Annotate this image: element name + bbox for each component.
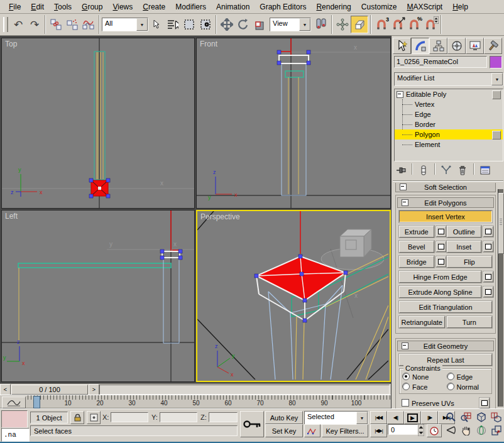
- select-and-rotate-icon[interactable]: [235, 16, 251, 33]
- rollout-edit-geometry-header[interactable]: Edit Geometry: [397, 341, 494, 351]
- stack-row-vertex[interactable]: Vertex: [395, 99, 503, 109]
- field-of-view-icon[interactable]: [444, 424, 458, 436]
- stack-row-border[interactable]: Border: [395, 119, 503, 129]
- menu-edit[interactable]: Edit: [26, 1, 49, 13]
- set-key-button[interactable]: Set Key: [265, 424, 303, 437]
- perspective-viewport-canvas[interactable]: x: [197, 211, 388, 380]
- remove-modifier-icon[interactable]: [456, 164, 469, 177]
- selection-filter-dropdown[interactable]: All ▼: [102, 18, 148, 31]
- extrude-along-spline-button[interactable]: Extrude Along Spline: [399, 286, 481, 298]
- spinner-snap-toggle-icon[interactable]: [422, 16, 439, 33]
- stack-row-element[interactable]: Element: [395, 139, 503, 150]
- track-bar-handle[interactable]: [33, 396, 40, 408]
- constraint-normal-radio[interactable]: Normal: [447, 383, 490, 391]
- bind-to-space-warp-icon[interactable]: [80, 16, 97, 33]
- select-and-manipulate-icon[interactable]: [334, 16, 351, 33]
- outline-button[interactable]: Outline: [447, 226, 482, 238]
- bevel-button[interactable]: Bevel: [399, 241, 434, 253]
- extrude-settings-icon[interactable]: [436, 226, 446, 237]
- tab-modify-icon[interactable]: [411, 38, 429, 54]
- chevron-down-icon[interactable]: ▼: [356, 412, 368, 424]
- turn-button[interactable]: Turn: [447, 316, 493, 328]
- select-and-move-icon[interactable]: [219, 16, 235, 33]
- constraint-edge-radio[interactable]: Edge: [447, 373, 490, 381]
- reference-coordinate-system-dropdown[interactable]: View ▼: [270, 18, 311, 31]
- modifier-enable-icon[interactable]: [492, 131, 501, 139]
- extrude-along-spline-settings-icon[interactable]: [483, 287, 493, 297]
- menu-customize[interactable]: Customize: [356, 1, 402, 13]
- menu-views[interactable]: Views: [107, 1, 138, 13]
- snaps-toggle-3d-icon[interactable]: 3: [373, 16, 390, 33]
- menu-help[interactable]: Help: [447, 1, 473, 13]
- preserve-uvs-settings-icon[interactable]: [479, 398, 490, 408]
- frame-spinner[interactable]: [418, 424, 424, 436]
- time-slider[interactable]: 0 / 100: [11, 385, 88, 395]
- menu-file[interactable]: File: [4, 1, 26, 13]
- viewport-top-label[interactable]: Top: [5, 40, 17, 48]
- select-object-icon[interactable]: [148, 16, 165, 33]
- mini-curve-editor-icon[interactable]: [2, 397, 26, 408]
- preserve-uvs-checkbox[interactable]: Preserve UVs: [402, 399, 454, 407]
- time-slider-track[interactable]: [99, 385, 390, 395]
- select-and-scale-icon[interactable]: [251, 16, 268, 33]
- menu-group[interactable]: Group: [77, 1, 107, 13]
- unlink-selection-icon[interactable]: [64, 16, 80, 33]
- zoom-extents-all-icon[interactable]: [489, 411, 503, 423]
- goto-start-button[interactable]: |◀◀: [370, 411, 387, 424]
- undo-icon[interactable]: ↶: [10, 16, 26, 33]
- stack-row-polygon[interactable]: Polygon: [395, 129, 503, 139]
- window-crossing-icon[interactable]: [197, 16, 214, 33]
- inset-settings-icon[interactable]: [483, 241, 493, 252]
- rollout-scrollbar[interactable]: [498, 189, 503, 407]
- bridge-settings-icon[interactable]: [436, 256, 446, 267]
- y-coordinate-field[interactable]: [160, 412, 197, 422]
- key-mode-toggle-icon[interactable]: |◀▶|: [370, 424, 387, 437]
- chevron-down-icon[interactable]: ▼: [299, 18, 310, 31]
- chevron-down-icon[interactable]: ▼: [136, 18, 148, 31]
- collapse-icon[interactable]: [402, 199, 408, 206]
- viewport-left[interactable]: Left y x z y x: [1, 210, 195, 382]
- z-coordinate-field[interactable]: [209, 412, 238, 422]
- flip-button[interactable]: Flip: [447, 256, 493, 268]
- absolute-offset-mode-icon[interactable]: [87, 411, 101, 424]
- scrollbar-thumb[interactable]: [498, 193, 504, 254]
- modifier-enable-icon[interactable]: [492, 90, 501, 99]
- track-bar[interactable]: 0 10 20 30 40 50 60 70 80 90 100: [0, 395, 391, 408]
- tab-create-icon[interactable]: [393, 38, 411, 54]
- zoom-extents-icon[interactable]: [474, 411, 488, 423]
- top-viewport-canvas[interactable]: x y x z: [2, 38, 194, 208]
- show-end-result-icon[interactable]: [417, 164, 430, 177]
- select-by-name-icon[interactable]: [165, 16, 181, 33]
- current-frame-field[interactable]: 0: [388, 424, 418, 435]
- viewport-perspective-label[interactable]: Perspective: [200, 212, 240, 221]
- time-configuration-icon[interactable]: [427, 424, 442, 437]
- pin-stack-icon[interactable]: [394, 164, 408, 177]
- selection-lock-icon[interactable]: [70, 411, 84, 424]
- viewport-front-label[interactable]: Front: [200, 40, 217, 48]
- make-unique-icon[interactable]: [439, 164, 453, 177]
- object-name-field[interactable]: 1_0256_RemateCol: [394, 56, 487, 68]
- extrude-button[interactable]: Extrude: [399, 226, 434, 238]
- key-filters-button[interactable]: Key Filters...: [322, 424, 368, 437]
- maxscript-mini-listener[interactable]: .na: [1, 428, 30, 442]
- menu-graph-editors[interactable]: Graph Editors: [255, 1, 311, 13]
- hinge-settings-icon[interactable]: [483, 271, 493, 282]
- stack-row-edge[interactable]: Edge: [395, 109, 503, 119]
- menu-animation[interactable]: Animation: [211, 1, 255, 13]
- arc-rotate-icon[interactable]: [474, 424, 488, 436]
- angle-snap-toggle-icon[interactable]: [390, 16, 406, 33]
- constraint-face-radio[interactable]: Face: [402, 383, 445, 391]
- configure-modifier-sets-icon[interactable]: [478, 164, 492, 177]
- keyboard-shortcut-override-icon[interactable]: [351, 16, 368, 33]
- viewport-front[interactable]: Front x z x y: [196, 38, 391, 209]
- x-coordinate-field[interactable]: [111, 412, 148, 422]
- rollout-soft-selection-header[interactable]: Soft Selection: [395, 183, 496, 192]
- rectangular-selection-region-icon[interactable]: [181, 16, 197, 33]
- use-pivot-point-center-icon[interactable]: [313, 16, 329, 33]
- redo-icon[interactable]: ↷: [26, 16, 43, 33]
- hinge-from-edge-button[interactable]: Hinge From Edge: [399, 271, 481, 283]
- default-in-out-tangents-icon[interactable]: [304, 424, 320, 437]
- menu-rendering[interactable]: Rendering: [311, 1, 356, 13]
- play-button[interactable]: ▶: [404, 411, 421, 424]
- maximize-viewport-toggle-icon[interactable]: [489, 424, 503, 436]
